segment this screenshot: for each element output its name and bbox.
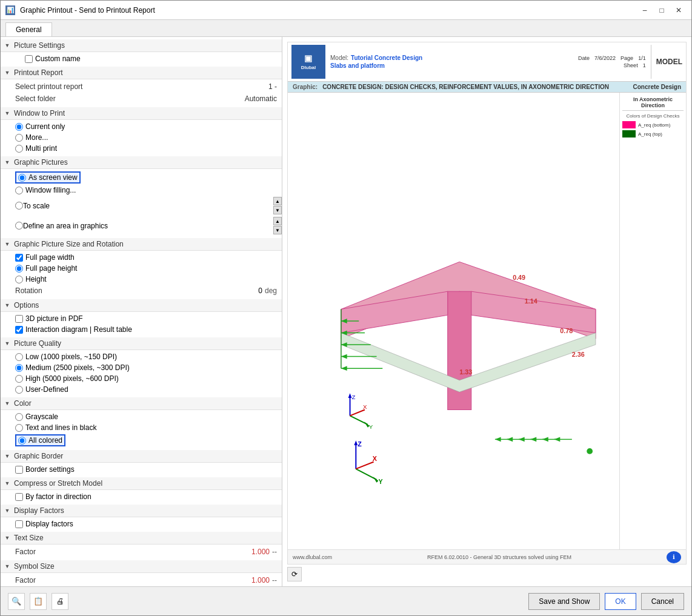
area-up-btn[interactable]: ▲ (273, 217, 282, 225)
section-compress-stretch[interactable]: ▼ Compress or Stretch Model (1, 477, 282, 490)
window-radio-2[interactable] (15, 145, 23, 153)
window-title: Graphic Printout - Send to Printout Repo… (20, 6, 155, 15)
by-factor-checkbox[interactable] (15, 493, 23, 501)
rotation-unit: deg (265, 286, 277, 295)
text-factor-value: 1.000 (251, 548, 270, 556)
refresh-row: ⟳ (287, 565, 687, 581)
quality-radio-1[interactable] (15, 364, 23, 372)
bottom-bar: 🔍 📋 🖨 Save and Show OK Cancel (1, 586, 691, 615)
height-radio[interactable] (15, 276, 23, 283)
section-graphic-pictures[interactable]: ▼ Graphic Pictures (1, 156, 282, 169)
area-down-btn[interactable]: ▼ (273, 226, 282, 234)
quality-radio-3[interactable] (15, 386, 23, 394)
full-page-height-radio[interactable] (15, 265, 23, 273)
section-title-color: Color (14, 399, 32, 408)
tab-general[interactable]: General (5, 22, 52, 36)
color-radio-2[interactable] (18, 437, 26, 445)
legend-label-0: A_req (bottom) (638, 122, 670, 128)
section-printout-report[interactable]: ▼ Printout Report (1, 67, 282, 79)
graphic-title-text: CONCRETE DESIGN: DESIGN CHECKS, REINFORC… (322, 84, 628, 90)
graphic-radio-0[interactable] (18, 174, 26, 182)
color-radio-1[interactable] (15, 424, 23, 432)
content-compress-stretch: By factor in direction (1, 490, 282, 505)
section-text-size[interactable]: ▼ Text Size (1, 532, 282, 545)
display-factors-checkbox[interactable] (15, 520, 23, 528)
page-value: 1/1 (638, 55, 646, 61)
pdf-3d-checkbox[interactable] (15, 315, 23, 323)
sheet-row: Sheet 1 (624, 62, 646, 68)
section-display-factors[interactable]: ▼ Display Factors (1, 505, 282, 517)
section-picture-quality[interactable]: ▼ Picture Quality (1, 337, 282, 350)
svg-text:X: X (373, 455, 378, 462)
section-color[interactable]: ▼ Color (1, 397, 282, 410)
graphic-radio-2[interactable] (15, 202, 23, 210)
color-label-0: Grayscale (25, 412, 58, 421)
quality-label-3: User-Defined (25, 385, 68, 394)
refresh-button[interactable]: ⟳ (287, 567, 302, 581)
interaction-checkbox[interactable] (15, 326, 23, 334)
scale-down-btn[interactable]: ▼ (273, 206, 282, 214)
graphic-option-2-row: To scale ▲ ▼ (15, 196, 282, 216)
section-graphic-border[interactable]: ▼ Graphic Border (1, 450, 282, 463)
graphic-radio-1[interactable] (15, 187, 23, 194)
quality-radio-0[interactable] (15, 353, 23, 361)
section-picture-settings[interactable]: ▼ Picture Settings (1, 39, 282, 52)
svg-text:Z: Z (358, 440, 362, 448)
search-button[interactable]: 🔍 (8, 593, 25, 610)
dim-078: 0.78 (560, 327, 573, 334)
svg-marker-7 (341, 354, 347, 359)
custom-name-checkbox[interactable] (25, 55, 33, 63)
close-button[interactable]: ✕ (671, 2, 687, 18)
full-page-width-row: Full page width (15, 252, 282, 263)
section-window-to-print[interactable]: ▼ Window to Print (1, 107, 282, 120)
ok-button[interactable]: OK (605, 593, 636, 610)
left-scroll[interactable]: ▼ Picture Settings Custom name ▼ Printou… (1, 37, 282, 586)
date-page-row: Date 7/6/2022 Page 1/1 (578, 55, 646, 61)
maximize-button[interactable]: □ (654, 2, 670, 18)
subtitle-row: Slabs and platform (330, 61, 573, 70)
print-button[interactable]: 🖨 (52, 593, 68, 610)
border-settings-checkbox[interactable] (15, 466, 23, 474)
collapse-icon-printout: ▼ (3, 68, 12, 77)
quality-option-0: Low (1000 pixels, ~150 DPI) (15, 351, 282, 362)
green-dot-br (587, 448, 593, 454)
section-symbol-size[interactable]: ▼ Symbol Size (1, 560, 282, 573)
border-settings-label: Border settings (25, 465, 75, 474)
graphic-option-3-inner: Define an area in graphics (15, 222, 273, 230)
sheet-value: 1 (643, 62, 646, 68)
svg-text:Z: Z (351, 394, 355, 400)
pdf-3d-row: 3D picture in PDF (15, 313, 282, 324)
cancel-button[interactable]: Cancel (641, 593, 684, 610)
content-picture-quality: Low (1000 pixels, ~150 DPI) Medium (2500… (1, 350, 282, 397)
text-factor-label: Factor (15, 548, 251, 556)
window-radio-0[interactable] (15, 123, 23, 131)
model-name-row: Model: Tutorial Concrete Design (330, 55, 573, 61)
section-size-rotation[interactable]: ▼ Graphic Picture Size and Rotation (1, 238, 282, 251)
dim-049: 0.49 (513, 274, 525, 281)
section-title-window: Window to Print (14, 109, 65, 118)
color-radio-0[interactable] (15, 413, 23, 421)
collapse-icon-text-size: ▼ (3, 534, 12, 542)
collapse-icon-color: ▼ (3, 399, 12, 408)
graphic-radio-3[interactable] (15, 222, 23, 230)
legend-panel: In Axonometric Direction Colors of Desig… (619, 93, 686, 549)
footer-center: RFEM 6.02.0010 - General 3D structures s… (427, 554, 571, 560)
sheet-label: Sheet (624, 62, 638, 68)
list-button[interactable]: 📋 (30, 593, 47, 610)
window-radio-1[interactable] (15, 134, 23, 142)
full-page-width-checkbox[interactable] (15, 254, 23, 262)
quality-radio-2[interactable] (15, 375, 23, 383)
rotation-value: 0 (258, 286, 262, 295)
window-label-1: More... (25, 133, 48, 142)
legend-color-0 (622, 121, 636, 128)
scale-up-btn[interactable]: ▲ (273, 197, 282, 205)
save-show-button[interactable]: Save and Show (528, 593, 600, 610)
model-label: Model: (330, 55, 348, 61)
graphic-label-left: Graphic: (293, 84, 318, 90)
full-page-height-row: Full page height (15, 263, 282, 274)
3d-svg: 0.49 1.14 0.78 2.36 1.33 Z (288, 93, 619, 549)
section-options[interactable]: ▼ Options (1, 299, 282, 312)
page-label: Page (620, 55, 633, 61)
minimize-button[interactable]: – (637, 2, 653, 18)
graphic-body: 0.49 1.14 0.78 2.36 1.33 Z (288, 93, 686, 549)
